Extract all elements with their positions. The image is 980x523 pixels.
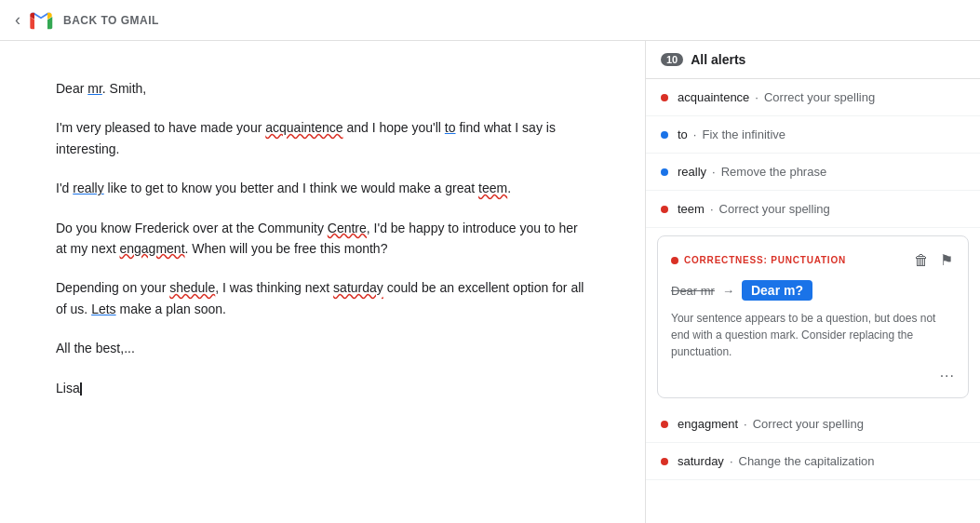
email-editor[interactable]: Dear mr. Smith, I'm very pleased to have…	[0, 41, 645, 523]
alerts-title: All alerts	[691, 52, 745, 67]
to-underline: to	[445, 120, 456, 135]
alert-action-engagment: Correct your spelling	[753, 417, 864, 431]
alerts-header: 10 All alerts	[646, 41, 980, 79]
lets-underline: Lets	[91, 302, 115, 316]
alert-action-saturday: Change the capitalization	[739, 454, 875, 468]
card-type-dot	[671, 257, 678, 264]
correction-row: Dear mr → Dear m?	[671, 280, 955, 301]
email-paragraph-3: I'd really like to get to know you bette…	[56, 178, 589, 198]
email-paragraph-1: Dear mr. Smith,	[56, 78, 589, 99]
back-to-gmail-label[interactable]: BACK TO GMAIL	[63, 14, 159, 27]
correction-description: Your sentence appears to be a question, …	[671, 310, 955, 360]
alert-word-saturday: saturday	[678, 454, 724, 468]
alert-dot-red-saturday	[661, 458, 668, 465]
alert-sep-3: ·	[710, 202, 714, 216]
alert-word-acquaintence: acquaintence	[678, 90, 749, 104]
alert-action-teem: Correct your spelling	[719, 202, 830, 216]
correction-from: Dear mr	[671, 284, 715, 298]
saturday-underline: saturday	[333, 280, 383, 295]
alert-item-really[interactable]: really · Remove the phrase	[646, 154, 980, 191]
alert-item-teem[interactable]: teem · Correct your spelling	[646, 191, 980, 228]
gmail-logo	[28, 7, 54, 34]
alert-dot-blue-to	[661, 131, 668, 139]
alert-sep-1: ·	[693, 127, 697, 141]
card-type-text: CORRECTNESS: PUNCTUATION	[684, 255, 846, 265]
card-header: CORRECTNESS: PUNCTUATION 🗑 ⚑	[671, 249, 955, 271]
correction-arrow: →	[722, 284, 734, 298]
teem-underline: teem	[478, 181, 507, 195]
alert-action-to: Fix the infinitive	[702, 127, 785, 141]
alert-sep-2: ·	[712, 165, 716, 179]
alert-dot-blue-really	[661, 168, 668, 176]
alert-item-acquaintence[interactable]: acquaintence · Correct your spelling	[646, 79, 980, 116]
centre-underline: Centre,	[328, 221, 370, 235]
email-paragraph-6: All the best,...	[56, 338, 589, 358]
flag-button[interactable]: ⚑	[938, 249, 955, 271]
alert-word-to: to	[678, 127, 688, 141]
alert-action-acquaintence: Correct your spelling	[764, 90, 875, 104]
alerts-badge: 10	[661, 53, 683, 66]
acquaintence-underline: acquaintence	[265, 120, 342, 135]
header: ‹ BACK TO GMAIL	[0, 0, 980, 41]
alert-item-engagment[interactable]: engagment · Correct your spelling	[646, 406, 980, 443]
main-layout: Dear mr. Smith, I'm very pleased to have…	[0, 41, 980, 523]
correction-more-row: ···	[671, 368, 955, 384]
email-paragraph-5: Depending on your shedule, I was thinkin…	[56, 277, 589, 319]
shedule-underline: shedule	[169, 280, 215, 295]
alert-sep-0: ·	[755, 90, 758, 104]
alert-sep-saturday: ·	[730, 454, 733, 468]
really-underline: really	[73, 181, 103, 195]
card-type-label: CORRECTNESS: PUNCTUATION	[671, 255, 846, 265]
alert-word-teem: teem	[678, 202, 705, 216]
right-panel: 10 All alerts acquaintence · Correct you…	[645, 41, 980, 523]
delete-button[interactable]: 🗑	[912, 249, 931, 271]
alert-word-engagment: engagment	[678, 417, 738, 431]
alert-dot-red-teem	[661, 206, 668, 213]
email-paragraph-4: Do you know Frederick over at the Commun…	[56, 218, 589, 260]
alert-item-saturday[interactable]: saturday · Change the capitalization	[646, 443, 980, 480]
email-paragraph-7: Lisa	[56, 378, 589, 398]
alert-action-really: Remove the phrase	[721, 165, 826, 179]
alert-dot-red	[661, 94, 668, 101]
alert-dot-red-engagment	[661, 421, 668, 428]
more-options-dots[interactable]: ···	[940, 368, 955, 384]
engagment-underline: engagment	[119, 241, 184, 256]
mr-underline: mr	[87, 81, 102, 96]
email-paragraph-2: I'm very pleased to have made your acqua…	[56, 117, 589, 159]
correction-to[interactable]: Dear m?	[742, 280, 812, 301]
text-cursor	[80, 382, 82, 396]
alert-word-really: really	[678, 165, 706, 179]
alert-item-to[interactable]: to · Fix the infinitive	[646, 116, 980, 154]
alert-sep-engagment: ·	[744, 417, 747, 431]
correction-card: CORRECTNESS: PUNCTUATION 🗑 ⚑ Dear mr → D…	[657, 235, 969, 398]
card-action-buttons: 🗑 ⚑	[912, 249, 955, 271]
back-arrow-icon[interactable]: ‹	[15, 10, 20, 30]
